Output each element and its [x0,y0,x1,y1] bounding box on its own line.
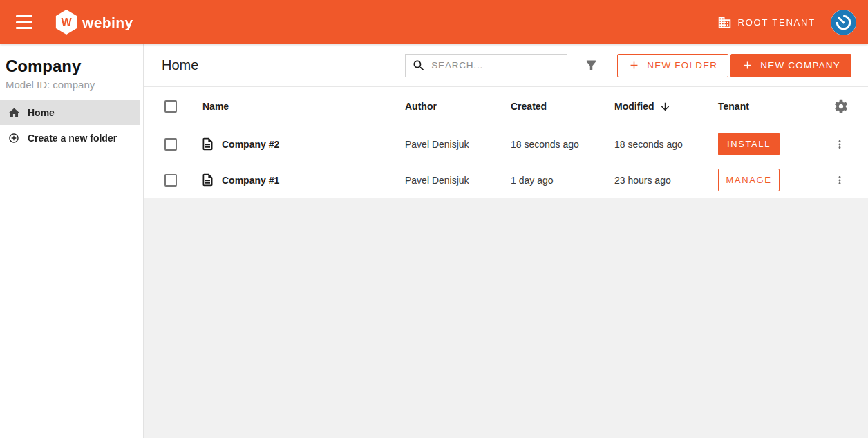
entry-created: 1 day ago [511,175,614,186]
entry-author: Pavel Denisjuk [405,175,511,186]
manage-button[interactable]: MANAGE [718,169,780,191]
column-header-created[interactable]: Created [511,101,614,112]
entry-author: Pavel Denisjuk [405,139,511,150]
document-icon [200,137,215,151]
power-g-icon [831,10,856,35]
row-checkbox[interactable] [164,138,177,151]
add-circle-icon [0,133,28,144]
new-company-button[interactable]: NEW COMPANY [730,54,851,77]
filter-button[interactable] [584,58,598,73]
model-id-subtitle: Model ID: company [0,75,143,100]
filter-funnel-icon [584,58,598,73]
gear-icon [833,99,849,114]
row-menu-button[interactable] [833,138,846,151]
row-checkbox[interactable] [164,174,177,187]
table-row[interactable]: Company #1 Pavel Denisjuk 1 day ago 23 h… [144,162,868,198]
column-header-author[interactable]: Author [405,101,511,112]
plus-icon [742,59,753,71]
sidebar-item-create-folder[interactable]: Create a new folder [0,126,140,150]
sort-arrow-down-icon [659,101,671,113]
plus-icon [628,59,640,71]
column-header-modified[interactable]: Modified [614,101,718,113]
sidebar-item-home[interactable]: Home [0,100,140,125]
page-title: Home [162,57,198,73]
sidebar-item-label: Home [28,107,55,118]
webiny-hexagon-icon: W [55,9,78,35]
search-input[interactable] [431,55,567,77]
entry-created: 18 seconds ago [511,139,614,150]
main-content: Home NEW FOLDER [144,44,868,438]
table-header-row: Name Author Created Modified Tenant [144,87,868,126]
app-top-bar: W webiny ROOT TENANT [0,0,868,44]
entry-name[interactable]: Company #1 [222,175,279,186]
tenant-selector[interactable]: ROOT TENANT [717,15,816,30]
column-header-tenant: Tenant [718,101,827,112]
table-settings-button[interactable] [833,99,849,114]
document-icon [200,173,215,187]
main-header: Home NEW FOLDER [144,44,868,87]
column-header-name[interactable]: Name [196,101,405,112]
table-row[interactable]: Company #2 Pavel Denisjuk 18 seconds ago… [144,126,868,162]
tenant-label: ROOT TENANT [738,17,816,28]
hamburger-icon [16,15,32,17]
kebab-menu-icon [833,138,846,151]
select-all-checkbox[interactable] [164,100,177,113]
kebab-menu-icon [833,174,846,187]
home-icon [0,106,28,120]
svg-text:W: W [61,16,72,28]
entries-table: Name Author Created Modified Tenant [144,87,868,198]
entry-modified: 23 hours ago [614,175,718,186]
menu-button[interactable] [16,15,34,29]
entry-modified: 18 seconds ago [614,139,718,150]
search-box [405,54,567,77]
model-title: Company [0,44,143,75]
building-icon [717,15,732,30]
sidebar: Company Model ID: company Home Create a … [0,44,144,438]
user-avatar[interactable] [831,10,856,35]
search-icon [412,59,426,73]
install-button[interactable]: INSTALL [718,133,780,155]
brand-wordmark: webiny [82,15,133,31]
webiny-logo[interactable]: W webiny [55,9,133,35]
entry-name[interactable]: Company #2 [222,139,279,150]
new-folder-button[interactable]: NEW FOLDER [617,54,728,77]
row-menu-button[interactable] [833,174,846,187]
sidebar-item-label: Create a new folder [28,133,117,144]
